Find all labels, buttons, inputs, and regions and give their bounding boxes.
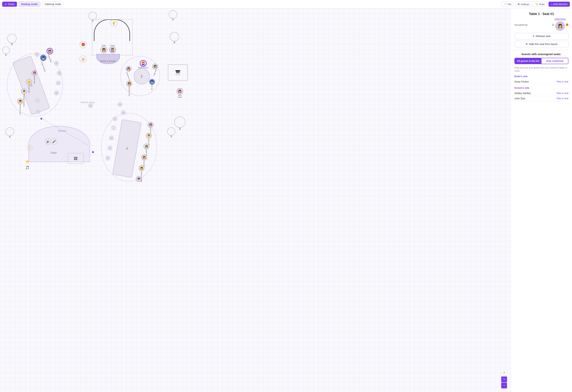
ruler-label: Ruler bbox=[539, 3, 545, 6]
guest-name-john: John Doe bbox=[514, 97, 525, 100]
avatar-badge: Maid-of-honor bbox=[554, 18, 566, 21]
stage-star-icon: ⭐ bbox=[25, 160, 29, 163]
hide-seat-button[interactable]: 👁 Hide this seat from layout bbox=[514, 41, 568, 47]
confirmed-only-toggle[interactable]: Only confirmed bbox=[541, 58, 568, 64]
topbar: ✕ Close Seating mode Catering mode 📄 Fil… bbox=[0, 0, 572, 8]
hide-seat-label: Hide this seat from layout bbox=[529, 43, 557, 46]
file-label: File bbox=[508, 3, 511, 6]
close-label: Close bbox=[8, 3, 15, 6]
catering-mode-button[interactable]: Catering mode bbox=[42, 1, 64, 7]
cake-icon-canvas: 🎂 bbox=[79, 55, 87, 63]
hotkeys-label: Hotkeys bbox=[521, 3, 529, 6]
empty-seat-14-right: 14 bbox=[118, 102, 122, 107]
catering-mode-label: Catering mode bbox=[45, 3, 61, 6]
piano-element: 🎹 bbox=[168, 65, 188, 81]
divider bbox=[514, 50, 568, 50]
release-seat-label: Release seat bbox=[536, 35, 551, 38]
stage-label: Stage bbox=[50, 151, 57, 154]
sidebar: Table 1 · Seat #1 Occupied by: ⚙ Maid-of… bbox=[511, 8, 572, 392]
occupied-section: Occupied by: ⚙ Maid-of-honor 👩 bbox=[514, 19, 568, 31]
zoom-controls: ✛ + − bbox=[501, 370, 507, 388]
guest-name-ashley: Ashley Hartley bbox=[514, 92, 531, 95]
guest-name: Anna Fenton bbox=[514, 80, 529, 83]
take-seat-john[interactable]: Take a seat bbox=[556, 97, 569, 100]
guest-row-ashley-hartley: Ashley Hartley Take a seat bbox=[514, 91, 568, 96]
close-button[interactable]: ✕ Close bbox=[2, 2, 17, 7]
add-element-button[interactable]: + Add element bbox=[549, 2, 570, 7]
dashed-circle-table5 bbox=[7, 53, 63, 116]
zoom-out-button[interactable]: − bbox=[501, 383, 507, 388]
stage-mic-icon: 🎤 bbox=[51, 138, 57, 145]
sidebar-title: Table 1 · Seat #1 bbox=[514, 12, 568, 16]
tree-left-bottom bbox=[5, 127, 14, 138]
stage-speaker-icon: 🔊 bbox=[45, 138, 51, 145]
dashed-circle-table1 bbox=[120, 56, 160, 96]
gift-icon-canvas: 🎁 bbox=[79, 41, 87, 48]
seating-mode-label: Seating mode bbox=[21, 3, 38, 6]
file-icon: 📄 bbox=[504, 3, 507, 6]
occupied-label: Occupied by: bbox=[514, 23, 528, 26]
guest-row-john-doe: John Doe Take a seat bbox=[514, 96, 568, 101]
ruler-button[interactable]: 📏 Ruler bbox=[533, 2, 547, 7]
tree-right-2 bbox=[174, 116, 185, 130]
stage-misc-icon: 🎵 bbox=[25, 166, 29, 170]
x-icon: ✕ bbox=[532, 35, 535, 38]
tree-top-right bbox=[169, 10, 177, 20]
dashed-circle-table4 bbox=[101, 113, 157, 181]
bride-groom-table: Bride 👩 Groom 🤵 Bride & Groom bbox=[96, 45, 120, 64]
tree-left-1 bbox=[7, 34, 16, 45]
grooms-side-label: Groom's side bbox=[514, 86, 568, 89]
tree-left-2 bbox=[2, 47, 10, 56]
tree-right-3 bbox=[167, 127, 175, 137]
file-button[interactable]: 📄 File bbox=[501, 2, 514, 7]
seat-alice-neale[interactable]: 👩 AliceNeale bbox=[176, 88, 183, 98]
brides-side-label: Bride's side bbox=[514, 75, 568, 78]
main-layout: 🎁 🎂 💡 Bride 👩 Groom 🤵 bbox=[0, 8, 572, 392]
zoom-in-button[interactable]: + bbox=[501, 376, 507, 382]
take-seat-anna[interactable]: Take a seat bbox=[556, 80, 569, 83]
all-guests-toggle[interactable]: All guests in the list bbox=[515, 58, 541, 64]
avatar: 👩 bbox=[556, 21, 565, 31]
guests-title: Guests with unassigned seats: bbox=[514, 52, 568, 56]
canvas[interactable]: 🎁 🎂 💡 Bride 👩 Groom 🤵 bbox=[0, 8, 511, 392]
seating-mode-button[interactable]: Seating mode bbox=[18, 1, 40, 7]
measure-label: 190 inch bbox=[58, 129, 66, 132]
hotkeys-icon: ⌘ bbox=[517, 3, 520, 6]
empty-seat-14-mid: 14 bbox=[88, 103, 93, 108]
hint-text: Drag and drop your guests into your pref… bbox=[514, 66, 568, 72]
guest-filter-toggle: All guests in the list Only confirmed bbox=[514, 58, 568, 64]
take-seat-ashley[interactable]: Take a seat bbox=[556, 92, 569, 95]
gear-icon[interactable]: ⚙ bbox=[552, 23, 554, 27]
empty-seat-15: 15 bbox=[121, 110, 126, 115]
hotkeys-button[interactable]: ⌘ Hotkeys bbox=[515, 2, 532, 7]
add-element-label: + Add element bbox=[551, 3, 567, 6]
release-seat-button[interactable]: ✕ Release seat bbox=[514, 33, 568, 39]
stage-power-icon: ⚡ bbox=[27, 145, 32, 151]
tree-right-1 bbox=[170, 32, 179, 44]
dj-table-icon: 🎛️ bbox=[67, 153, 84, 164]
close-icon: ✕ bbox=[5, 3, 7, 6]
eye-icon: 👁 bbox=[525, 43, 528, 46]
guest-row-anna-fenton: Anna Fenton Take a seat bbox=[514, 79, 568, 84]
occupied-avatar-area: ⚙ Maid-of-honor 👩 bbox=[552, 19, 568, 31]
compass-button[interactable]: ✛ bbox=[501, 370, 507, 376]
orange-dot bbox=[566, 23, 568, 26]
ruler-icon: 📏 bbox=[535, 3, 538, 6]
